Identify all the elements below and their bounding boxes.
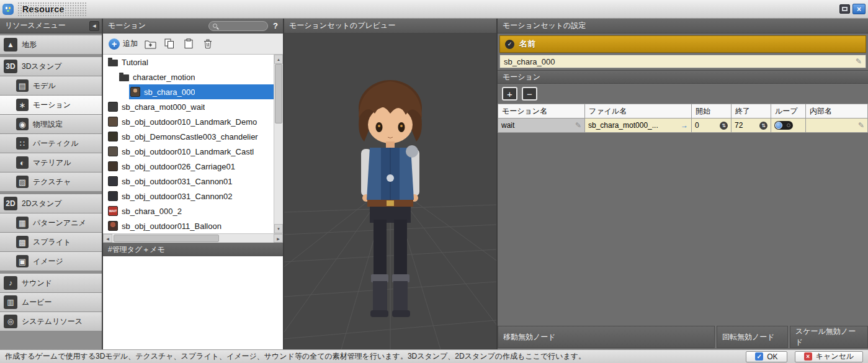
search-input[interactable]: [220, 22, 264, 30]
motion-row-controls: + −: [498, 84, 868, 104]
preview-panel-title: モーションセットのプレビュー: [289, 20, 395, 31]
scroll-left-button[interactable]: ◀: [103, 234, 112, 243]
sidebar-item-label: パターンアニメ: [33, 218, 86, 228]
tree-item-balloon[interactable]: sb_obj_outdoor011_Balloon: [103, 218, 274, 233]
col-end: 終了: [732, 104, 771, 119]
sidebar-item-image[interactable]: ▣ イメージ: [0, 252, 102, 271]
start-frame-cell[interactable]: 0 ⇅: [692, 119, 731, 132]
sidebar-item-label: 物理設定: [33, 119, 63, 130]
sidebar-item-label: 地形: [22, 40, 37, 50]
motion-thumbnail-icon: [108, 161, 118, 171]
loop-toggle[interactable]: [774, 121, 793, 130]
col-loop: ループ: [771, 104, 806, 119]
name-field[interactable]: sb_chara_000 ✎: [499, 55, 866, 68]
sidebar-item-texture[interactable]: ▨ テクスチャ: [0, 173, 102, 191]
toggle-knob: [775, 122, 782, 129]
physics-icon: ◉: [16, 118, 29, 130]
sidebar-item-particle[interactable]: ∷ パーティクル: [0, 134, 102, 153]
internal-name-cell[interactable]: ✎: [806, 119, 867, 132]
title-bar: Resource ×: [0, 0, 868, 19]
sidebar-item-physics[interactable]: ◉ 物理設定: [0, 115, 102, 133]
cancel-cross-icon: ×: [804, 352, 812, 361]
preview-scene: [284, 34, 496, 349]
resource-menu-sidebar: リソースメニュー ◀ ▲ 地形 3D 3Dスタンプ ▤ モデル ∗ モ: [0, 19, 102, 349]
sidebar-item-label: 3Dスタンプ: [22, 61, 61, 72]
status-bar: 作成するゲームで使用する3Dモデル、テクスチャ、スプライト、イメージ、サウンド等…: [0, 349, 868, 363]
close-button[interactable]: ×: [852, 4, 866, 14]
trash-icon: [203, 38, 213, 49]
tree-item-landmark-demo[interactable]: sb_obj_outdoor010_Landmark_Demo: [103, 114, 274, 129]
node-bars: 移動無効ノード 回転無効ノード スケール無効ノード: [498, 326, 868, 348]
particle-icon: ∷: [16, 137, 29, 150]
tree-item-sb-chara-000-2[interactable]: WAIT sb_chara_000_2: [103, 204, 274, 218]
cancel-button[interactable]: × キャンセル: [795, 351, 863, 362]
add-button[interactable]: + 追加: [109, 38, 138, 50]
motion-settings-panel: モーションセットの設定 ✓ 名前 sb_chara_000 ✎ モーション + …: [498, 19, 868, 349]
sidebar-item-2d-stamp[interactable]: 2D 2Dスタンプ: [0, 194, 102, 213]
tree-item-character-motion-folder[interactable]: character_motion: [103, 69, 274, 84]
scroll-right-button[interactable]: ▶: [274, 234, 283, 243]
help-button[interactable]: ?: [273, 21, 278, 30]
motion-name-cell[interactable]: wait ✎: [498, 119, 584, 132]
motion-thumbnail-icon: [108, 146, 118, 156]
scrollbar-track[interactable]: [112, 234, 274, 243]
end-frame-cell[interactable]: 72 ⇅: [732, 119, 771, 132]
scrollbar-track[interactable]: [274, 64, 283, 224]
tree-item-sb-chara-000[interactable]: sb_chara_000: [103, 84, 274, 99]
tree-item-sb-chara-mot000-wait[interactable]: sb_chara_mot000_wait: [103, 99, 274, 114]
tree-item-cannon02[interactable]: sb_obj_outdoor031_Cannon02: [103, 189, 274, 204]
tree-vertical-scrollbar[interactable]: ▲ ▼: [274, 55, 283, 233]
scroll-up-button[interactable]: ▲: [274, 55, 283, 64]
delete-button[interactable]: [201, 37, 215, 52]
new-folder-button[interactable]: [143, 37, 157, 52]
sidebar-item-label: モーション: [33, 100, 71, 110]
sidebar-item-label: 2Dスタンプ: [22, 199, 61, 209]
sidebar-item-pattern-anime[interactable]: ▦ パターンアニメ: [0, 213, 102, 232]
remove-motion-row-button[interactable]: −: [522, 87, 537, 101]
model-icon: ▤: [16, 79, 29, 92]
rotation-disabled-node-bar[interactable]: 回転無効ノード: [717, 326, 788, 348]
tree-item-cannon01[interactable]: sb_obj_outdoor031_Cannon01: [103, 174, 274, 189]
tree-item-carriage01[interactable]: sb_obj_outdoor026_Carriage01: [103, 159, 274, 174]
tree-item-chandelier[interactable]: sb_obj_DemonsCastle003_chandelier: [103, 129, 274, 144]
end-spinner-icon[interactable]: ⇅: [759, 122, 767, 130]
pencil-icon: ✎: [575, 121, 581, 130]
search-box[interactable]: [208, 21, 268, 31]
sidebar-item-material[interactable]: ◐ マテリアル: [0, 153, 102, 172]
file-picker-arrow-icon[interactable]: →: [681, 121, 688, 130]
sidebar-item-label: イメージ: [33, 256, 63, 267]
sidebar-item-system-resource[interactable]: ◎ システムリソース: [0, 312, 102, 331]
tree-horizontal-scrollbar[interactable]: ◀ ▶: [103, 233, 283, 243]
movie-icon: ▥: [4, 295, 17, 309]
sidebar-item-sprite[interactable]: ▩ スプライト: [0, 233, 102, 251]
settings-panel-title: モーションセットの設定: [503, 20, 586, 31]
sidebar-item-sound[interactable]: ♪ サウンド: [0, 274, 102, 292]
scrollbar-thumb[interactable]: [114, 235, 219, 242]
collapse-sidebar-button[interactable]: ◀: [89, 21, 99, 31]
sidebar-item-movie[interactable]: ▥ ムービー: [0, 293, 102, 311]
loop-cell: [771, 119, 805, 132]
scrollbar-thumb[interactable]: [275, 64, 282, 123]
sidebar-item-model[interactable]: ▤ モデル: [0, 76, 102, 95]
tree-item-landmark-castle[interactable]: sb_obj_outdoor010_Landmark_Castl: [103, 144, 274, 159]
scale-disabled-node-bar[interactable]: スケール無効ノード: [790, 326, 868, 348]
sidebar-item-motion[interactable]: ∗ モーション: [0, 96, 102, 114]
memo-input[interactable]: [103, 256, 283, 349]
sidebar-item-label: ムービー: [22, 297, 52, 308]
tree-item-tutorial-folder[interactable]: Tutorial: [103, 55, 274, 69]
terrain-icon: ▲: [4, 38, 17, 52]
preview-viewport[interactable]: [284, 34, 496, 349]
sidebar-item-terrain[interactable]: ▲ 地形: [0, 35, 102, 54]
add-motion-row-button[interactable]: +: [502, 87, 517, 101]
motion-tree-wrap: Tutorial character_motion sb_chara_000 s…: [103, 55, 283, 233]
main-area: リソースメニュー ◀ ▲ 地形 3D 3Dスタンプ ▤ モデル ∗ モ: [0, 19, 868, 349]
move-disabled-node-bar[interactable]: 移動無効ノード: [498, 326, 715, 348]
file-name-cell[interactable]: sb_chara_mot000_... →: [585, 119, 691, 132]
ok-button[interactable]: ✓ OK: [746, 351, 787, 362]
copy-button[interactable]: [163, 37, 176, 52]
start-spinner-icon[interactable]: ⇅: [720, 122, 728, 130]
scroll-down-button[interactable]: ▼: [274, 224, 283, 233]
restore-button[interactable]: [839, 4, 850, 14]
paste-button[interactable]: [182, 37, 195, 52]
sidebar-item-3d-stamp[interactable]: 3D 3Dスタンプ: [0, 57, 102, 76]
